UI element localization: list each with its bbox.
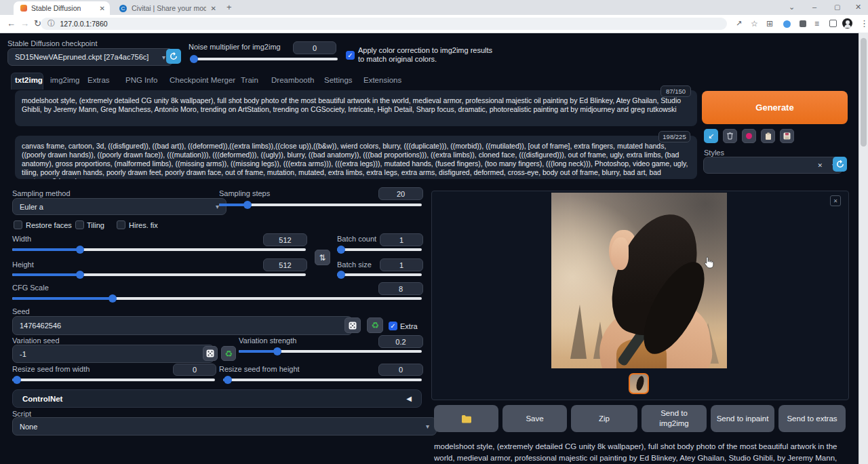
variation-strength-value[interactable]: 0.2 (378, 335, 423, 348)
checkpoint-dropdown[interactable]: SD15NewVAEpruned.ckpt [27a4ac756c] ▾ (7, 48, 173, 66)
site-info-icon[interactable]: ⓘ (47, 19, 55, 28)
tab-img2img[interactable]: img2img (50, 76, 79, 84)
width-value[interactable]: 512 (263, 233, 307, 246)
tab-train[interactable]: Train (241, 76, 258, 84)
clear-styles-icon[interactable]: ✕ (817, 162, 823, 169)
paste-generation-params-button[interactable]: ↙ (704, 129, 718, 143)
avatar-head (846, 20, 850, 24)
close-tab-icon[interactable]: ✕ (95, 5, 110, 12)
page-scrollbar[interactable] (859, 33, 868, 464)
new-tab-icon[interactable]: + (226, 2, 232, 12)
hires-fix-checkbox[interactable] (117, 220, 125, 229)
tab-checkpoint-merger[interactable]: Checkpoint Merger (170, 76, 235, 84)
profile-avatar[interactable] (842, 18, 852, 28)
refresh-checkpoint-button[interactable] (166, 49, 181, 64)
zip-button[interactable]: Zip (571, 405, 637, 432)
variation-seed-input[interactable]: -1 (12, 345, 214, 363)
random-variation-seed-button[interactable] (203, 346, 218, 361)
cfg-scale-value[interactable]: 8 (378, 282, 423, 295)
back-icon[interactable]: ← (7, 18, 16, 28)
batch-count-value[interactable]: 1 (380, 233, 423, 246)
resize-seed-width-slider[interactable] (12, 376, 215, 384)
kebab-menu-icon[interactable]: ⋮ (860, 18, 868, 28)
swap-icon: ⇅ (319, 253, 326, 263)
controlnet-accordion[interactable]: ControlNet ◀ (12, 389, 422, 408)
send-to-inpaint-button[interactable]: Send to inpaint (711, 405, 774, 432)
playlist-icon[interactable]: ≡ (814, 19, 819, 28)
prompt-textarea[interactable]: modelshoot style, (extremely detailed CG… (15, 90, 697, 126)
negative-prompt-textarea[interactable]: canvas frame, cartoon, 3d, ((disfigured)… (15, 136, 697, 179)
chevron-down-icon: ▾ (426, 423, 429, 430)
send-to-img2img-button[interactable]: Send to img2img (642, 405, 707, 432)
window-close-icon[interactable]: ✕ (855, 3, 861, 12)
tab-dreambooth[interactable]: Dreambooth (271, 76, 314, 84)
generated-image[interactable] (551, 193, 727, 368)
close-preview-button[interactable]: ✕ (830, 195, 841, 206)
height-value[interactable]: 512 (263, 258, 307, 271)
restore-faces-checkbox[interactable] (14, 220, 22, 229)
tab-settings[interactable]: Settings (324, 76, 353, 84)
script-dropdown[interactable]: None ▾ (12, 417, 437, 436)
clear-prompt-button[interactable] (723, 129, 737, 143)
reuse-seed-button[interactable]: ♻ (367, 317, 383, 333)
apply-styles-button[interactable] (761, 129, 775, 143)
generate-button[interactable]: Generate (702, 91, 848, 124)
sampling-steps-slider[interactable] (219, 201, 422, 209)
swap-width-height-button[interactable]: ⇅ (315, 250, 330, 265)
tiling-checkbox[interactable] (75, 220, 84, 229)
sampling-method-label: Sampling method (12, 189, 71, 197)
share-icon[interactable]: ↗ (736, 19, 742, 28)
extra-seed-checkbox[interactable]: ✓ (389, 322, 397, 330)
save-label: Save (526, 414, 543, 424)
window-restore-down-icon[interactable]: ⌄ (789, 3, 795, 12)
tab-extensions[interactable]: Extensions (363, 76, 401, 84)
extension-dot-icon[interactable] (783, 20, 791, 28)
gallery-thumbnail[interactable] (629, 373, 649, 394)
height-slider[interactable] (12, 271, 306, 279)
cfg-scale-slider[interactable] (12, 294, 422, 303)
hires-fix-label: Hires. fix (129, 221, 158, 229)
scrollbar-thumb[interactable] (861, 38, 867, 147)
variation-strength-slider[interactable] (239, 347, 422, 355)
batch-size-value[interactable]: 1 (380, 258, 423, 271)
resize-seed-height-slider[interactable] (223, 376, 422, 384)
apps-grid-icon[interactable]: ⊞ (766, 19, 773, 28)
extra-networks-button[interactable] (742, 129, 756, 143)
styles-dropdown[interactable]: ✕ ▾ (703, 157, 843, 174)
tab-title: Civitai | Share your models (132, 4, 206, 12)
sampling-method-dropdown[interactable]: Euler a ▾ (12, 198, 226, 215)
random-seed-button[interactable] (344, 317, 361, 333)
save-style-button[interactable] (780, 129, 794, 143)
color-correction-checkbox[interactable]: ✓ (346, 51, 355, 60)
tab-png-info[interactable]: PNG Info (125, 76, 157, 84)
resize-seed-width-value[interactable]: 0 (173, 364, 216, 376)
forward-icon[interactable]: → (20, 18, 29, 28)
close-tab-icon[interactable]: ✕ (206, 5, 221, 12)
send-to-extras-button[interactable]: Send to extras (778, 405, 846, 432)
noise-multiplier-slider[interactable] (190, 55, 338, 63)
save-button[interactable]: Save (502, 405, 567, 432)
tab-extras[interactable]: Extras (87, 76, 110, 84)
sampling-steps-value[interactable]: 20 (378, 187, 423, 200)
window-maximize-icon[interactable]: ▢ (834, 3, 840, 11)
browser-tab-civitai[interactable]: C Civitai | Share your models ✕ (114, 1, 221, 15)
width-slider[interactable] (12, 246, 306, 254)
url-text: 127.0.0.1:7860 (60, 20, 108, 28)
seed-input[interactable]: 1476462546 (12, 316, 353, 335)
window-minimize-icon[interactable]: – (812, 3, 816, 11)
address-bar[interactable]: ⓘ 127.0.0.1:7860 (41, 18, 727, 30)
noise-multiplier-label: Noise multiplier for img2img (189, 43, 281, 51)
batch-size-slider[interactable] (337, 271, 422, 279)
bookmark-star-icon[interactable]: ☆ (751, 19, 758, 28)
tab-txt2img[interactable]: txt2img (15, 76, 43, 84)
refresh-styles-button[interactable] (833, 157, 847, 172)
color-correction-label: Apply color correction to img2img result… (358, 46, 494, 64)
sidebar-icon[interactable] (829, 20, 837, 27)
noise-multiplier-value[interactable]: 0 (293, 41, 336, 54)
extensions-puzzle-icon[interactable] (800, 20, 806, 27)
resize-seed-height-value[interactable]: 0 (378, 364, 423, 376)
open-folder-button[interactable] (434, 405, 498, 432)
browser-tab-stable-diffusion[interactable]: Stable Diffusion ✕ (14, 1, 110, 15)
reuse-variation-seed-button[interactable]: ♻ (221, 346, 236, 361)
batch-count-slider[interactable] (337, 246, 422, 254)
